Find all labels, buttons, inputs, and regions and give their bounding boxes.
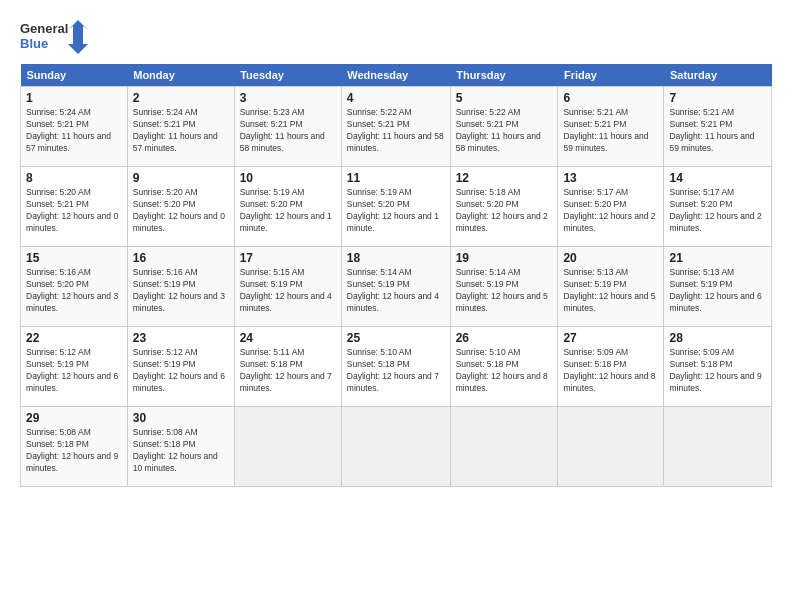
day-number: 15 <box>26 251 122 265</box>
calendar-cell <box>664 407 772 487</box>
day-number: 12 <box>456 171 553 185</box>
day-info: Sunrise: 5:12 AMSunset: 5:19 PMDaylight:… <box>26 347 122 395</box>
svg-text:General: General <box>20 21 68 36</box>
day-info: Sunrise: 5:16 AMSunset: 5:19 PMDaylight:… <box>133 267 229 315</box>
logo-svg: General Blue <box>20 18 90 54</box>
calendar-cell: 13 Sunrise: 5:17 AMSunset: 5:20 PMDaylig… <box>558 167 664 247</box>
day-info: Sunrise: 5:09 AMSunset: 5:18 PMDaylight:… <box>669 347 766 395</box>
day-number: 20 <box>563 251 658 265</box>
calendar-cell: 27 Sunrise: 5:09 AMSunset: 5:18 PMDaylig… <box>558 327 664 407</box>
calendar-cell: 10 Sunrise: 5:19 AMSunset: 5:20 PMDaylig… <box>234 167 341 247</box>
weekday-header-row: SundayMondayTuesdayWednesdayThursdayFrid… <box>21 64 772 87</box>
calendar-cell: 25 Sunrise: 5:10 AMSunset: 5:18 PMDaylig… <box>341 327 450 407</box>
day-info: Sunrise: 5:22 AMSunset: 5:21 PMDaylight:… <box>456 107 553 155</box>
day-number: 27 <box>563 331 658 345</box>
svg-text:Blue: Blue <box>20 36 48 51</box>
day-number: 16 <box>133 251 229 265</box>
calendar-week-3: 15 Sunrise: 5:16 AMSunset: 5:20 PMDaylig… <box>21 247 772 327</box>
day-number: 30 <box>133 411 229 425</box>
calendar-cell <box>558 407 664 487</box>
calendar-cell: 9 Sunrise: 5:20 AMSunset: 5:20 PMDayligh… <box>127 167 234 247</box>
day-info: Sunrise: 5:16 AMSunset: 5:20 PMDaylight:… <box>26 267 122 315</box>
day-number: 29 <box>26 411 122 425</box>
day-info: Sunrise: 5:13 AMSunset: 5:19 PMDaylight:… <box>563 267 658 315</box>
day-number: 13 <box>563 171 658 185</box>
weekday-header-monday: Monday <box>127 64 234 87</box>
day-info: Sunrise: 5:10 AMSunset: 5:18 PMDaylight:… <box>456 347 553 395</box>
weekday-header-wednesday: Wednesday <box>341 64 450 87</box>
day-number: 8 <box>26 171 122 185</box>
day-number: 18 <box>347 251 445 265</box>
calendar-week-5: 29 Sunrise: 5:08 AMSunset: 5:18 PMDaylig… <box>21 407 772 487</box>
calendar-cell: 17 Sunrise: 5:15 AMSunset: 5:19 PMDaylig… <box>234 247 341 327</box>
calendar-cell: 21 Sunrise: 5:13 AMSunset: 5:19 PMDaylig… <box>664 247 772 327</box>
day-info: Sunrise: 5:21 AMSunset: 5:21 PMDaylight:… <box>669 107 766 155</box>
day-info: Sunrise: 5:24 AMSunset: 5:21 PMDaylight:… <box>26 107 122 155</box>
calendar-cell: 20 Sunrise: 5:13 AMSunset: 5:19 PMDaylig… <box>558 247 664 327</box>
calendar-cell: 1 Sunrise: 5:24 AMSunset: 5:21 PMDayligh… <box>21 87 128 167</box>
calendar-cell: 23 Sunrise: 5:12 AMSunset: 5:19 PMDaylig… <box>127 327 234 407</box>
day-info: Sunrise: 5:22 AMSunset: 5:21 PMDaylight:… <box>347 107 445 155</box>
weekday-header-saturday: Saturday <box>664 64 772 87</box>
calendar-cell: 26 Sunrise: 5:10 AMSunset: 5:18 PMDaylig… <box>450 327 558 407</box>
calendar-cell: 6 Sunrise: 5:21 AMSunset: 5:21 PMDayligh… <box>558 87 664 167</box>
weekday-header-thursday: Thursday <box>450 64 558 87</box>
calendar-cell: 14 Sunrise: 5:17 AMSunset: 5:20 PMDaylig… <box>664 167 772 247</box>
day-number: 19 <box>456 251 553 265</box>
day-number: 25 <box>347 331 445 345</box>
day-info: Sunrise: 5:10 AMSunset: 5:18 PMDaylight:… <box>347 347 445 395</box>
day-number: 2 <box>133 91 229 105</box>
calendar-cell: 19 Sunrise: 5:14 AMSunset: 5:19 PMDaylig… <box>450 247 558 327</box>
day-info: Sunrise: 5:13 AMSunset: 5:19 PMDaylight:… <box>669 267 766 315</box>
day-number: 9 <box>133 171 229 185</box>
calendar-week-1: 1 Sunrise: 5:24 AMSunset: 5:21 PMDayligh… <box>21 87 772 167</box>
day-info: Sunrise: 5:15 AMSunset: 5:19 PMDaylight:… <box>240 267 336 315</box>
day-number: 22 <box>26 331 122 345</box>
day-info: Sunrise: 5:12 AMSunset: 5:19 PMDaylight:… <box>133 347 229 395</box>
day-info: Sunrise: 5:19 AMSunset: 5:20 PMDaylight:… <box>347 187 445 235</box>
calendar-week-4: 22 Sunrise: 5:12 AMSunset: 5:19 PMDaylig… <box>21 327 772 407</box>
weekday-header-tuesday: Tuesday <box>234 64 341 87</box>
calendar-cell: 2 Sunrise: 5:24 AMSunset: 5:21 PMDayligh… <box>127 87 234 167</box>
day-number: 11 <box>347 171 445 185</box>
day-number: 28 <box>669 331 766 345</box>
day-info: Sunrise: 5:20 AMSunset: 5:20 PMDaylight:… <box>133 187 229 235</box>
calendar-cell <box>341 407 450 487</box>
calendar-cell: 11 Sunrise: 5:19 AMSunset: 5:20 PMDaylig… <box>341 167 450 247</box>
day-info: Sunrise: 5:21 AMSunset: 5:21 PMDaylight:… <box>563 107 658 155</box>
day-info: Sunrise: 5:14 AMSunset: 5:19 PMDaylight:… <box>347 267 445 315</box>
day-info: Sunrise: 5:08 AMSunset: 5:18 PMDaylight:… <box>26 427 122 475</box>
day-info: Sunrise: 5:19 AMSunset: 5:20 PMDaylight:… <box>240 187 336 235</box>
day-number: 3 <box>240 91 336 105</box>
day-number: 17 <box>240 251 336 265</box>
day-info: Sunrise: 5:09 AMSunset: 5:18 PMDaylight:… <box>563 347 658 395</box>
header-row: General Blue <box>20 18 772 54</box>
day-number: 7 <box>669 91 766 105</box>
calendar-cell <box>450 407 558 487</box>
calendar-cell: 22 Sunrise: 5:12 AMSunset: 5:19 PMDaylig… <box>21 327 128 407</box>
calendar-cell: 8 Sunrise: 5:20 AMSunset: 5:21 PMDayligh… <box>21 167 128 247</box>
calendar-cell: 7 Sunrise: 5:21 AMSunset: 5:21 PMDayligh… <box>664 87 772 167</box>
calendar-cell: 18 Sunrise: 5:14 AMSunset: 5:19 PMDaylig… <box>341 247 450 327</box>
calendar-cell: 12 Sunrise: 5:18 AMSunset: 5:20 PMDaylig… <box>450 167 558 247</box>
weekday-header-friday: Friday <box>558 64 664 87</box>
day-number: 21 <box>669 251 766 265</box>
calendar-cell <box>234 407 341 487</box>
day-info: Sunrise: 5:24 AMSunset: 5:21 PMDaylight:… <box>133 107 229 155</box>
day-number: 1 <box>26 91 122 105</box>
day-info: Sunrise: 5:23 AMSunset: 5:21 PMDaylight:… <box>240 107 336 155</box>
svg-marker-2 <box>68 20 88 54</box>
day-info: Sunrise: 5:08 AMSunset: 5:18 PMDaylight:… <box>133 427 229 475</box>
calendar-cell: 30 Sunrise: 5:08 AMSunset: 5:18 PMDaylig… <box>127 407 234 487</box>
day-number: 23 <box>133 331 229 345</box>
calendar-cell: 15 Sunrise: 5:16 AMSunset: 5:20 PMDaylig… <box>21 247 128 327</box>
day-number: 4 <box>347 91 445 105</box>
calendar-cell: 28 Sunrise: 5:09 AMSunset: 5:18 PMDaylig… <box>664 327 772 407</box>
day-number: 6 <box>563 91 658 105</box>
calendar-table: SundayMondayTuesdayWednesdayThursdayFrid… <box>20 64 772 487</box>
day-info: Sunrise: 5:14 AMSunset: 5:19 PMDaylight:… <box>456 267 553 315</box>
day-info: Sunrise: 5:20 AMSunset: 5:21 PMDaylight:… <box>26 187 122 235</box>
calendar-cell: 3 Sunrise: 5:23 AMSunset: 5:21 PMDayligh… <box>234 87 341 167</box>
day-info: Sunrise: 5:11 AMSunset: 5:18 PMDaylight:… <box>240 347 336 395</box>
calendar-cell: 4 Sunrise: 5:22 AMSunset: 5:21 PMDayligh… <box>341 87 450 167</box>
